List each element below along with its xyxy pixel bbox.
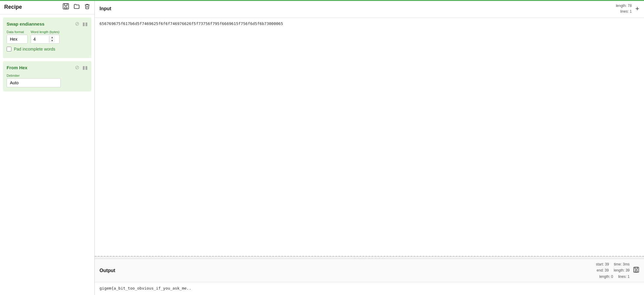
operations-list: Swap endianness ⊘ ▮▮ Data format Hex Wor… [0, 14, 94, 95]
input-header: Input length: 78 lines: 1 + [95, 0, 644, 18]
output-length2-label: length: [614, 268, 625, 272]
word-length-label: Word length (bytes) [31, 30, 60, 34]
word-length-up[interactable]: ▲ [49, 36, 55, 39]
right-panel: Input length: 78 lines: 1 + 656769675f61… [95, 0, 644, 295]
output-header: Output start: 39 time: 3ms end: 39 lengt… [95, 259, 644, 282]
input-length-label: length: [616, 4, 627, 8]
output-start-value: 39 [605, 262, 609, 266]
swap-endianness-header: Swap endianness ⊘ ▮▮ [7, 20, 88, 27]
from-hex-controls: ⊘ ▮▮ [75, 64, 88, 71]
input-lines-value: 1 [630, 9, 632, 14]
data-format-group: Data format Hex [7, 30, 28, 44]
swap-endianness-pause-icon[interactable]: ▮▮ [82, 21, 88, 27]
output-content: gigem{a_bit_too_obvious_if_you_ask_me.. [95, 282, 644, 294]
data-format-label: Data format [7, 30, 28, 34]
output-lines-value: 1 [627, 275, 630, 279]
output-length2-value: 39 [626, 268, 630, 272]
left-panel: Recipe [0, 0, 95, 295]
from-hex-disable-icon[interactable]: ⊘ [75, 64, 79, 71]
input-meta: length: 78 lines: 1 [616, 3, 632, 14]
output-lines-label: lines: [618, 275, 627, 279]
pad-incomplete-checkbox-group: Pad incomplete words [7, 47, 55, 51]
output-length-value: 0 [611, 275, 613, 279]
pad-incomplete-label[interactable]: Pad incomplete words [14, 47, 55, 51]
recipe-title: Recipe [4, 4, 22, 10]
output-meta-right: start: 39 time: 3ms end: 39 length: 39 l… [596, 261, 639, 280]
word-length-down[interactable]: ▼ [49, 39, 55, 42]
output-title: Output [100, 268, 115, 273]
input-title: Input [100, 6, 111, 11]
swap-endianness-title: Swap endianness [7, 21, 44, 26]
recipe-header: Recipe [0, 0, 94, 14]
recipe-toolbar [63, 3, 90, 11]
save-output-icon[interactable] [633, 267, 639, 274]
swap-endianness-controls: ⊘ ▮▮ [75, 20, 88, 27]
output-end-value: 39 [605, 268, 609, 272]
delimiter-value[interactable]: Auto [7, 78, 61, 87]
delimiter-group: Delimiter Auto [7, 74, 88, 87]
from-hex-header: From Hex ⊘ ▮▮ [7, 64, 88, 71]
swap-endianness-fields: Data format Hex Word length (bytes) ▲ ▼ [7, 30, 88, 54]
output-length-label: length: [599, 275, 611, 279]
delimiter-label: Delimiter [7, 74, 88, 77]
input-lines-label: lines: [620, 9, 630, 14]
drag-handle[interactable]: · · · · · · · · · [95, 256, 644, 259]
output-time-label: time: [614, 262, 623, 266]
pad-incomplete-checkbox[interactable] [7, 47, 11, 51]
output-time-value: 3ms [623, 262, 630, 266]
word-length-group: Word length (bytes) ▲ ▼ [31, 30, 60, 44]
svg-rect-1 [64, 4, 67, 5]
swap-endianness-disable-icon[interactable]: ⊘ [75, 20, 79, 27]
svg-rect-3 [634, 267, 639, 272]
output-end-label: end: [597, 268, 605, 272]
svg-rect-4 [635, 267, 637, 269]
output-section: Output start: 39 time: 3ms end: 39 lengt… [95, 259, 644, 295]
word-length-input[interactable] [31, 35, 49, 43]
top-accent-bar [0, 0, 644, 1]
data-format-value[interactable]: Hex [7, 35, 28, 44]
svg-rect-0 [63, 4, 69, 9]
input-section: Input length: 78 lines: 1 + 656769675f61… [95, 0, 644, 256]
swap-endianness-block: Swap endianness ⊘ ▮▮ Data format Hex Wor… [3, 17, 91, 58]
output-meta: start: 39 time: 3ms end: 39 length: 39 l… [596, 261, 630, 280]
pad-incomplete-group: Pad incomplete words [7, 47, 55, 54]
from-hex-title: From Hex [7, 65, 27, 70]
svg-rect-2 [65, 7, 67, 9]
from-hex-block: From Hex ⊘ ▮▮ Delimiter Auto [3, 61, 91, 92]
input-content[interactable]: 656769675f617b6d5f7469625f6f6f746976626f… [95, 18, 644, 256]
input-meta-right: length: 78 lines: 1 + [616, 3, 639, 14]
output-start-label: start: [596, 262, 605, 266]
word-length-spinner[interactable]: ▲ ▼ [31, 35, 60, 44]
from-hex-fields: Delimiter Auto [7, 74, 88, 87]
from-hex-pause-icon[interactable]: ▮▮ [82, 65, 88, 70]
word-length-arrows: ▲ ▼ [49, 36, 55, 42]
svg-rect-5 [635, 270, 637, 272]
save-recipe-icon[interactable] [63, 3, 69, 11]
input-length-value: 78 [628, 4, 632, 8]
add-input-button[interactable]: + [635, 5, 639, 12]
open-folder-icon[interactable] [73, 3, 80, 11]
delete-recipe-icon[interactable] [84, 3, 90, 11]
